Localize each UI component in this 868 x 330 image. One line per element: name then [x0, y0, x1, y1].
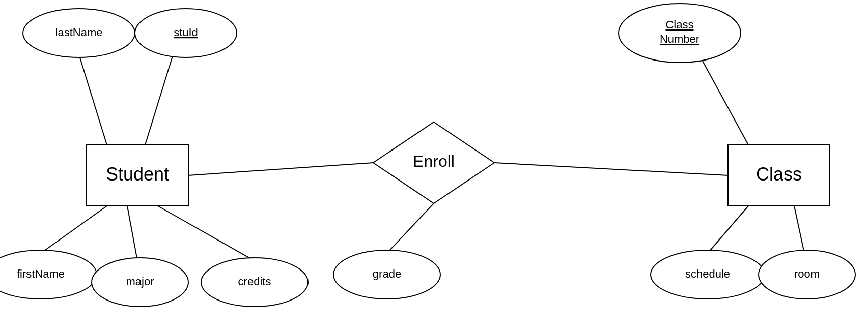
major-label: major: [126, 275, 154, 288]
lastName-student-connector: [79, 54, 107, 145]
class-room-connector: [794, 206, 804, 253]
student-enroll-connector: [188, 163, 373, 175]
credits-label: credits: [238, 275, 271, 288]
class-label: Class: [756, 164, 802, 185]
classNumber-class-connector: [703, 61, 748, 145]
lastName-label: lastName: [55, 26, 103, 39]
stuId-label: stuId: [174, 26, 198, 39]
enroll-grade-connector: [387, 203, 434, 253]
stuId-student-connector: [145, 54, 173, 145]
classNumber-label-line1: Class: [665, 18, 693, 31]
student-firstName-connector: [41, 206, 107, 253]
schedule-label: schedule: [685, 267, 730, 280]
firstName-label: firstName: [17, 267, 65, 280]
enroll-label: Enroll: [413, 152, 455, 170]
enroll-class-connector: [494, 163, 728, 175]
grade-label: grade: [373, 267, 401, 280]
student-credits-connector: [158, 206, 255, 261]
room-label: room: [794, 267, 820, 280]
class-schedule-connector: [708, 206, 748, 253]
student-major-connector: [127, 206, 137, 261]
student-label: Student: [106, 164, 169, 185]
er-diagram: lastName stuId Student Enroll Class firs…: [0, 0, 868, 330]
classNumber-label-line2: Number: [660, 33, 699, 45]
